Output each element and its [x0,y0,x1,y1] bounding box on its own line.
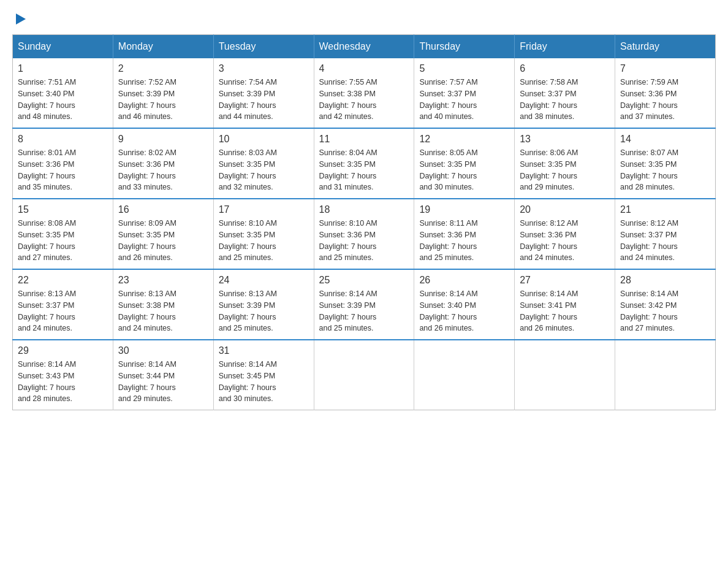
day-number: 12 [419,134,509,145]
day-number: 9 [118,134,208,145]
day-info: Sunrise: 7:59 AMSunset: 3:36 PMDaylight:… [620,78,678,121]
calendar-cell [414,340,515,410]
day-number: 15 [18,204,108,215]
calendar-cell: 24 Sunrise: 8:13 AMSunset: 3:39 PMDaylig… [213,269,314,340]
calendar-cell: 10 Sunrise: 8:03 AMSunset: 3:35 PMDaylig… [213,128,314,199]
calendar-cell: 26 Sunrise: 8:14 AMSunset: 3:40 PMDaylig… [414,269,515,340]
calendar-cell: 4 Sunrise: 7:55 AMSunset: 3:38 PMDayligh… [314,58,414,128]
day-info: Sunrise: 8:02 AMSunset: 3:36 PMDaylight:… [118,148,176,191]
calendar-cell: 25 Sunrise: 8:14 AMSunset: 3:39 PMDaylig… [314,269,414,340]
day-number: 4 [319,63,409,74]
day-info: Sunrise: 7:57 AMSunset: 3:37 PMDaylight:… [419,78,477,121]
calendar-cell: 3 Sunrise: 7:54 AMSunset: 3:39 PMDayligh… [213,58,314,128]
day-number: 7 [620,63,710,74]
day-info: Sunrise: 8:12 AMSunset: 3:37 PMDaylight:… [620,219,678,262]
day-info: Sunrise: 8:03 AMSunset: 3:35 PMDaylight:… [219,148,277,191]
logo-triangle-icon [13,12,27,26]
calendar-cell: 1 Sunrise: 7:51 AMSunset: 3:40 PMDayligh… [13,58,113,128]
day-info: Sunrise: 8:13 AMSunset: 3:37 PMDaylight:… [18,289,76,332]
day-number: 26 [419,275,509,286]
day-number: 21 [620,204,710,215]
calendar-week-1: 1 Sunrise: 7:51 AMSunset: 3:40 PMDayligh… [13,58,716,128]
calendar-cell: 29 Sunrise: 8:14 AMSunset: 3:43 PMDaylig… [13,340,113,410]
day-of-week-sunday: Sunday [13,35,113,59]
calendar-week-4: 22 Sunrise: 8:13 AMSunset: 3:37 PMDaylig… [13,269,716,340]
day-info: Sunrise: 7:52 AMSunset: 3:39 PMDaylight:… [118,78,176,121]
day-number: 3 [219,63,309,74]
calendar-cell: 15 Sunrise: 8:08 AMSunset: 3:35 PMDaylig… [13,199,113,269]
calendar-cell: 17 Sunrise: 8:10 AMSunset: 3:35 PMDaylig… [213,199,314,269]
day-info: Sunrise: 8:14 AMSunset: 3:41 PMDaylight:… [520,289,578,332]
day-of-week-thursday: Thursday [414,35,515,59]
day-info: Sunrise: 8:05 AMSunset: 3:35 PMDaylight:… [419,148,477,191]
day-number: 19 [419,204,509,215]
day-info: Sunrise: 8:14 AMSunset: 3:45 PMDaylight:… [219,360,277,403]
day-info: Sunrise: 8:06 AMSunset: 3:35 PMDaylight:… [520,148,578,191]
calendar-cell: 14 Sunrise: 8:07 AMSunset: 3:35 PMDaylig… [615,128,716,199]
day-info: Sunrise: 8:12 AMSunset: 3:36 PMDaylight:… [520,219,578,262]
calendar-cell: 8 Sunrise: 8:01 AMSunset: 3:36 PMDayligh… [13,128,113,199]
svg-marker-0 [16,13,26,25]
day-info: Sunrise: 7:51 AMSunset: 3:40 PMDaylight:… [18,78,76,121]
calendar-week-5: 29 Sunrise: 8:14 AMSunset: 3:43 PMDaylig… [13,340,716,410]
calendar-cell: 6 Sunrise: 7:58 AMSunset: 3:37 PMDayligh… [515,58,615,128]
day-number: 18 [319,204,409,215]
day-number: 10 [219,134,309,145]
calendar-cell: 16 Sunrise: 8:09 AMSunset: 3:35 PMDaylig… [113,199,213,269]
calendar-cell: 30 Sunrise: 8:14 AMSunset: 3:44 PMDaylig… [113,340,213,410]
day-number: 13 [520,134,610,145]
day-info: Sunrise: 8:04 AMSunset: 3:35 PMDaylight:… [319,148,377,191]
day-number: 8 [18,134,108,145]
calendar-cell: 27 Sunrise: 8:14 AMSunset: 3:41 PMDaylig… [515,269,615,340]
day-info: Sunrise: 7:58 AMSunset: 3:37 PMDaylight:… [520,78,578,121]
day-info: Sunrise: 8:14 AMSunset: 3:43 PMDaylight:… [18,360,76,403]
day-number: 22 [18,275,108,286]
calendar-cell [615,340,716,410]
day-number: 6 [520,63,610,74]
calendar-cell: 9 Sunrise: 8:02 AMSunset: 3:36 PMDayligh… [113,128,213,199]
day-info: Sunrise: 8:14 AMSunset: 3:39 PMDaylight:… [319,289,377,332]
calendar-cell: 20 Sunrise: 8:12 AMSunset: 3:36 PMDaylig… [515,199,615,269]
day-info: Sunrise: 8:10 AMSunset: 3:35 PMDaylight:… [219,219,277,262]
day-info: Sunrise: 8:09 AMSunset: 3:35 PMDaylight:… [118,219,176,262]
day-of-week-monday: Monday [113,35,213,59]
page-header [12,12,716,25]
day-number: 25 [319,275,409,286]
calendar-table: SundayMondayTuesdayWednesdayThursdayFrid… [12,34,716,410]
calendar-cell: 5 Sunrise: 7:57 AMSunset: 3:37 PMDayligh… [414,58,515,128]
day-number: 2 [118,63,208,74]
day-number: 23 [118,275,208,286]
day-number: 31 [219,345,309,356]
logo [12,12,27,25]
day-number: 1 [18,63,108,74]
calendar-week-2: 8 Sunrise: 8:01 AMSunset: 3:36 PMDayligh… [13,128,716,199]
day-of-week-tuesday: Tuesday [213,35,314,59]
calendar-cell: 18 Sunrise: 8:10 AMSunset: 3:36 PMDaylig… [314,199,414,269]
calendar-cell: 11 Sunrise: 8:04 AMSunset: 3:35 PMDaylig… [314,128,414,199]
calendar-cell: 21 Sunrise: 8:12 AMSunset: 3:37 PMDaylig… [615,199,716,269]
day-number: 16 [118,204,208,215]
calendar-cell [314,340,414,410]
day-number: 28 [620,275,710,286]
day-info: Sunrise: 8:14 AMSunset: 3:44 PMDaylight:… [118,360,176,403]
day-info: Sunrise: 8:13 AMSunset: 3:39 PMDaylight:… [219,289,277,332]
day-info: Sunrise: 7:55 AMSunset: 3:38 PMDaylight:… [319,78,377,121]
calendar-cell [515,340,615,410]
day-number: 30 [118,345,208,356]
day-info: Sunrise: 8:08 AMSunset: 3:35 PMDaylight:… [18,219,76,262]
day-info: Sunrise: 8:10 AMSunset: 3:36 PMDaylight:… [319,219,377,262]
day-of-week-saturday: Saturday [615,35,716,59]
day-info: Sunrise: 8:01 AMSunset: 3:36 PMDaylight:… [18,148,76,191]
day-number: 14 [620,134,710,145]
day-number: 27 [520,275,610,286]
day-number: 29 [18,345,108,356]
calendar-cell: 31 Sunrise: 8:14 AMSunset: 3:45 PMDaylig… [213,340,314,410]
day-info: Sunrise: 8:14 AMSunset: 3:40 PMDaylight:… [419,289,477,332]
day-info: Sunrise: 8:14 AMSunset: 3:42 PMDaylight:… [620,289,678,332]
day-info: Sunrise: 8:11 AMSunset: 3:36 PMDaylight:… [419,219,477,262]
calendar-cell: 13 Sunrise: 8:06 AMSunset: 3:35 PMDaylig… [515,128,615,199]
calendar-week-3: 15 Sunrise: 8:08 AMSunset: 3:35 PMDaylig… [13,199,716,269]
day-of-week-wednesday: Wednesday [314,35,414,59]
day-info: Sunrise: 8:07 AMSunset: 3:35 PMDaylight:… [620,148,678,191]
day-info: Sunrise: 7:54 AMSunset: 3:39 PMDaylight:… [219,78,277,121]
